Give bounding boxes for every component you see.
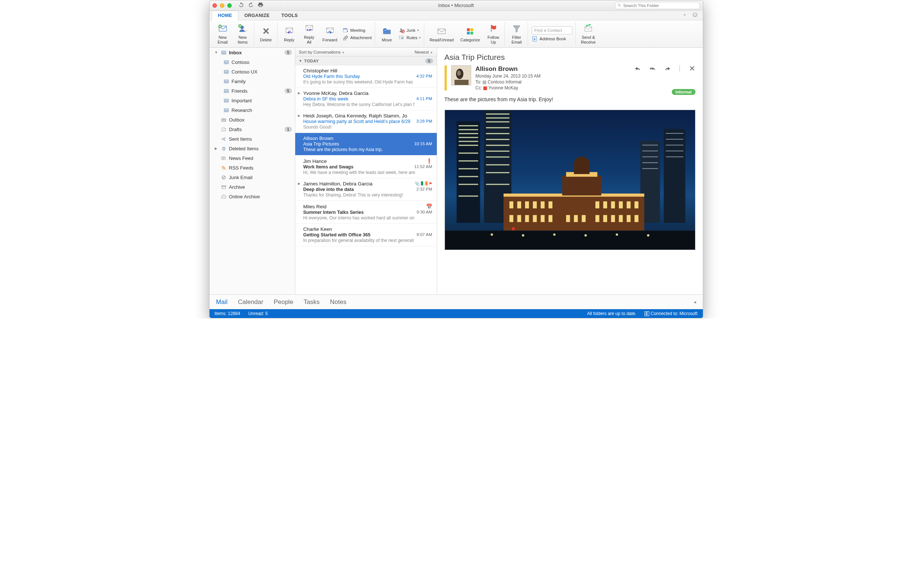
collapse-ribbon-icon[interactable] xyxy=(682,12,687,19)
junk-button[interactable]: Junk ▾ xyxy=(399,27,421,33)
svg-rect-97 xyxy=(566,215,570,222)
folder-family[interactable]: Family xyxy=(210,76,295,86)
redo-icon[interactable] xyxy=(248,2,254,9)
forward-icon[interactable] xyxy=(664,65,671,73)
flag-ireland-icon xyxy=(421,181,427,186)
delete-message-icon[interactable] xyxy=(689,65,695,73)
filter-email-button[interactable]: Filter Email xyxy=(508,22,525,45)
search-field[interactable] xyxy=(615,2,700,9)
svg-rect-76 xyxy=(503,195,644,231)
svg-rect-55 xyxy=(486,127,509,128)
folder-important[interactable]: Important xyxy=(210,96,295,105)
print-icon[interactable] xyxy=(257,2,264,9)
folder-junk[interactable]: Junk Email xyxy=(210,173,295,182)
tab-organize[interactable]: ORGANIZE xyxy=(238,11,275,20)
status-unread: Unread: 5 xyxy=(248,311,268,316)
folder-drafts[interactable]: Drafts1 xyxy=(210,124,295,134)
read-unread-button[interactable]: Read/Unread xyxy=(428,25,455,43)
svg-rect-79 xyxy=(509,201,513,208)
collapse-nav-icon[interactable]: ◂ xyxy=(694,299,696,305)
new-items-button[interactable]: New Items xyxy=(234,22,251,45)
zoom-window-button[interactable] xyxy=(227,3,232,8)
folder-rss[interactable]: RSS Feeds xyxy=(210,163,295,173)
svg-rect-92 xyxy=(517,215,521,222)
sender-avatar xyxy=(451,65,471,85)
message-item[interactable]: Jim Hance❗ Work Items and Swags11:52 AM … xyxy=(295,155,437,178)
undo-icon[interactable] xyxy=(238,2,244,9)
minimize-window-button[interactable] xyxy=(220,3,224,8)
svg-rect-103 xyxy=(619,215,623,222)
folder-news-feed[interactable]: News Feed xyxy=(210,153,295,163)
svg-point-13 xyxy=(400,28,402,30)
find-contact-input[interactable]: Find a Contact xyxy=(532,26,572,34)
reading-pane: Asia Trip Pictures Allison Brown Monday … xyxy=(437,48,703,294)
category-bar xyxy=(445,65,447,90)
status-sync: All folders are up to date. xyxy=(587,311,636,316)
email-subject: Asia Trip Pictures xyxy=(437,48,703,65)
message-item[interactable]: ▶ Heidi Joseph, Gina Kennedy, Ralph Stam… xyxy=(295,110,437,133)
reply-icon[interactable] xyxy=(634,65,641,73)
attachment-icon: 📎 xyxy=(415,181,420,186)
send-receive-button[interactable]: Send & Receive xyxy=(579,22,597,45)
importance-icon: ❗ xyxy=(426,158,432,164)
folder-online-archive[interactable]: Online Archive xyxy=(210,192,295,201)
sort-order-button[interactable]: Newest ▼ xyxy=(415,50,433,54)
attachment-button[interactable]: Attachment xyxy=(343,35,372,40)
svg-rect-88 xyxy=(619,201,623,208)
close-window-button[interactable] xyxy=(212,3,217,8)
nav-people[interactable]: People xyxy=(274,299,293,306)
message-group-today[interactable]: ▼ TODAY 5 xyxy=(295,57,437,65)
folder-archive[interactable]: Archive xyxy=(210,182,295,192)
smiley-feedback-icon[interactable] xyxy=(692,12,698,19)
follow-up-button[interactable]: Follow Up xyxy=(485,22,501,45)
nav-tasks[interactable]: Tasks xyxy=(304,299,320,306)
categorize-button[interactable]: Categorize xyxy=(459,25,482,43)
message-item[interactable]: ▶ Yvonne McKay, Debra Garcia Debra in SF… xyxy=(295,88,437,110)
inbox-icon xyxy=(221,50,226,55)
search-input[interactable] xyxy=(623,3,697,8)
address-book-button[interactable]: Address Book xyxy=(532,36,572,42)
svg-rect-62 xyxy=(486,172,509,173)
nav-mail[interactable]: Mail xyxy=(216,299,228,306)
message-item[interactable]: ▶ James Halmilton, Debra Garcia📎⚑ Deep d… xyxy=(295,178,437,201)
nav-notes[interactable]: Notes xyxy=(330,299,346,306)
junk-icon xyxy=(221,175,226,180)
message-item[interactable]: Christopher Hill Old Hyde Farm this Sund… xyxy=(295,65,437,88)
tab-tools[interactable]: TOOLS xyxy=(276,11,304,20)
svg-rect-106 xyxy=(445,231,695,250)
folder-contoso-ux[interactable]: Contoso UX xyxy=(210,67,295,76)
folder-deleted[interactable]: ▶Deleted Items xyxy=(210,144,295,153)
reply-all-button[interactable]: Reply All xyxy=(301,22,317,45)
svg-rect-94 xyxy=(533,215,537,222)
folder-research[interactable]: Research xyxy=(210,105,295,115)
flag-icon: ⚑ xyxy=(429,181,432,186)
sort-by-button[interactable]: Sort by Conversations ▼ xyxy=(299,50,345,54)
rules-button[interactable]: Rules ▾ xyxy=(399,35,421,40)
message-item[interactable]: Charlie Keen Getting Started with Office… xyxy=(295,224,437,246)
delete-button[interactable]: Delete xyxy=(258,25,274,43)
svg-rect-56 xyxy=(486,133,509,134)
tab-home[interactable]: HOME xyxy=(212,11,239,20)
move-button[interactable]: Move xyxy=(379,25,395,43)
svg-rect-41 xyxy=(459,129,478,130)
folder-sent[interactable]: Sent Items xyxy=(210,134,295,144)
svg-rect-53 xyxy=(486,118,509,119)
svg-rect-91 xyxy=(509,215,513,222)
message-item-selected[interactable]: Allison Brown Asia Trip Pictures10:15 AM… xyxy=(295,133,437,155)
new-email-button[interactable]: New Email xyxy=(215,22,231,45)
svg-rect-49 xyxy=(459,176,478,177)
folder-friends[interactable]: Friends5 xyxy=(210,86,295,96)
folder-outbox[interactable]: Outbox xyxy=(210,115,295,124)
folder-contoso[interactable]: Contoso xyxy=(210,57,295,67)
reply-button[interactable]: Reply xyxy=(281,25,298,43)
news-icon xyxy=(221,156,226,161)
message-item[interactable]: Miles Reid📅 Summer Intern Talks Series9:… xyxy=(295,201,437,224)
drafts-icon xyxy=(221,127,226,132)
svg-rect-20 xyxy=(471,32,473,34)
nav-calendar[interactable]: Calendar xyxy=(238,299,264,306)
folder-inbox[interactable]: ▼ Inbox 5 xyxy=(210,48,295,57)
forward-button[interactable]: Forward xyxy=(321,25,339,43)
meeting-button[interactable]: Meeting xyxy=(343,27,372,33)
reply-all-icon[interactable] xyxy=(649,65,656,73)
svg-rect-82 xyxy=(533,201,537,208)
